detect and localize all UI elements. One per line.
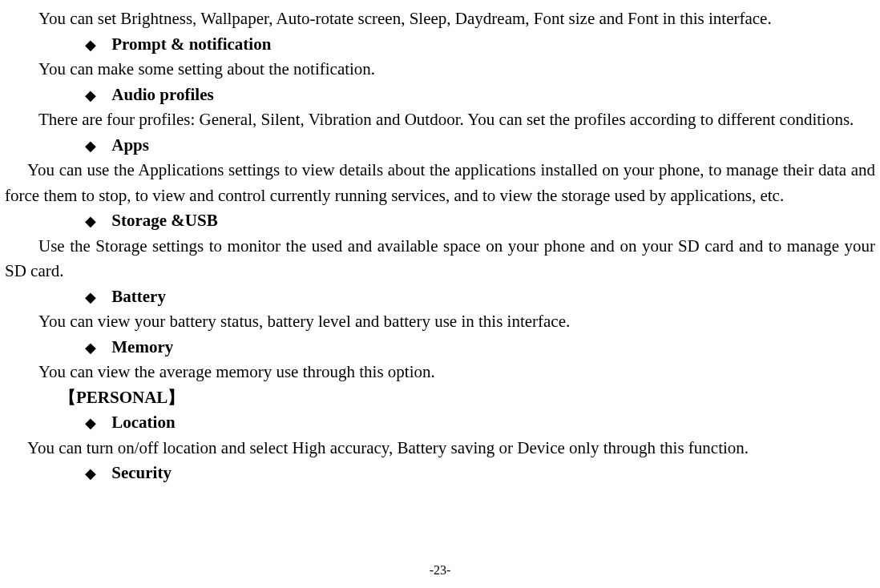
diamond-icon: ◆ [85, 211, 107, 232]
bullet-title: Security [111, 463, 172, 482]
bullet-audio-profiles: ◆ Audio profiles [5, 83, 875, 108]
diamond-icon: ◆ [85, 85, 107, 107]
bullet-apps: ◆ Apps [5, 133, 875, 159]
diamond-icon: ◆ [85, 413, 107, 434]
location-text: You can turn on/off location and select … [5, 436, 875, 461]
bullet-battery: ◆ Battery [5, 284, 875, 310]
bullet-title: Storage &USB [111, 211, 217, 230]
bullet-security: ◆ Security [5, 461, 875, 486]
bullet-prompt-notification: ◆ Prompt & notification [5, 32, 875, 58]
memory-text: You can view the average memory use thro… [5, 360, 875, 385]
storage-usb-text: Use the Storage settings to monitor the … [5, 234, 875, 284]
diamond-icon: ◆ [85, 287, 107, 308]
bullet-storage-usb: ◆ Storage &USB [5, 208, 875, 234]
bullet-title: Memory [111, 337, 173, 356]
diamond-icon: ◆ [85, 463, 107, 485]
bullet-title: Battery [111, 287, 166, 306]
apps-text: You can use the Applications settings to… [5, 158, 875, 208]
personal-section-header: 【PERSONAL】 [5, 385, 875, 411]
diamond-icon: ◆ [85, 337, 107, 359]
bullet-location: ◆ Location [5, 410, 875, 436]
diamond-icon: ◆ [85, 135, 107, 157]
prompt-notification-text: You can make some setting about the noti… [5, 57, 875, 83]
battery-text: You can view your battery status, batter… [5, 309, 875, 335]
display-intro-text: You can set Brightness, Wallpaper, Auto-… [5, 6, 875, 32]
bullet-title: Prompt & notification [111, 34, 271, 54]
audio-profiles-text: There are four profiles: General, Silent… [5, 107, 875, 133]
bullet-title: Audio profiles [111, 85, 213, 104]
page-number: -23- [0, 561, 880, 580]
bullet-title: Apps [111, 135, 149, 155]
diamond-icon: ◆ [85, 34, 107, 56]
bullet-memory: ◆ Memory [5, 335, 875, 360]
page-content: You can set Brightness, Wallpaper, Auto-… [5, 6, 875, 486]
bullet-title: Location [111, 413, 175, 432]
